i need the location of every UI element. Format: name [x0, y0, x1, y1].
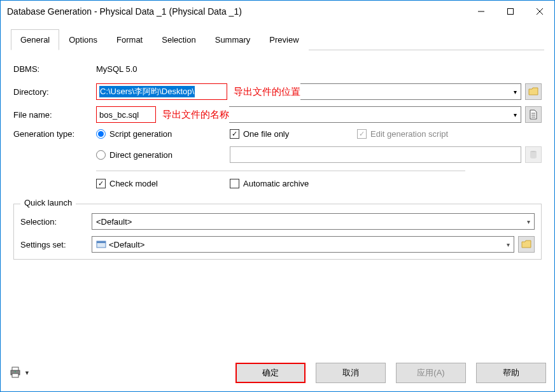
gentype-label: Generation type: [13, 129, 96, 139]
dbms-label: DBMS: [13, 64, 96, 74]
script-generation-radio[interactable] [96, 129, 106, 139]
selection-label: Selection: [20, 217, 92, 227]
cancel-button[interactable]: 取消 [316, 363, 386, 383]
database-icon [529, 150, 538, 159]
filename-combo[interactable]: bos_bc.sql [96, 106, 156, 123]
chevron-down-icon: ▾ [507, 241, 510, 248]
auto-archive-label: Automatic archive [243, 179, 309, 188]
chevron-down-icon: ▾ [514, 111, 517, 118]
settings-browse-button[interactable] [518, 236, 535, 253]
chevron-down-icon: ▼ [24, 370, 30, 376]
tab-general[interactable]: General [11, 29, 59, 50]
dbms-value: MySQL 5.0 [96, 64, 542, 74]
one-file-label: One file only [243, 129, 289, 139]
folder-icon [528, 87, 538, 96]
edit-script-label: Edit generation script [370, 129, 448, 139]
window-controls [467, 1, 554, 22]
close-button[interactable] [525, 1, 554, 22]
quick-launch-fieldset: Quick launch Selection: <Default> ▾ Sett… [13, 204, 542, 260]
minimize-button[interactable] [467, 1, 496, 22]
selection-value: <Default> [96, 217, 132, 227]
footer: ▼ 确定 取消 应用(A) 帮助 [9, 363, 546, 383]
maximize-button[interactable] [496, 1, 525, 22]
tab-format[interactable]: Format [107, 29, 152, 50]
selection-combo[interactable]: <Default> ▾ [92, 213, 535, 230]
titlebar: Database Generation - Physical Data _1 (… [1, 1, 554, 22]
script-generation-label: Script generation [109, 129, 172, 139]
quick-launch-legend: Quick launch [20, 198, 76, 207]
directory-value: C:\Users\李阿昀\Desktop\ [99, 86, 195, 97]
chevron-down-icon: ▾ [527, 218, 530, 225]
one-file-checkbox[interactable]: ✓ [230, 129, 239, 139]
check-model-checkbox[interactable]: ✓ [96, 179, 106, 188]
settings-value: <Default> [109, 240, 144, 249]
svg-rect-9 [97, 241, 106, 243]
filename-label: File name: [13, 110, 96, 120]
direct-generation-field[interactable] [230, 146, 521, 163]
directory-label: Directory: [13, 87, 96, 97]
svg-rect-11 [12, 367, 18, 370]
settings-label: Settings set: [20, 240, 92, 249]
direct-generation-browse-button [525, 146, 542, 163]
direct-generation-label: Direct generation [109, 150, 172, 160]
divider [96, 171, 465, 171]
tab-strip: General Options Format Selection Summary… [11, 29, 544, 50]
auto-archive-checkbox[interactable] [230, 179, 239, 188]
tab-summary[interactable]: Summary [206, 29, 260, 50]
print-dropdown[interactable]: ▼ [9, 367, 30, 380]
tab-options[interactable]: Options [59, 29, 107, 50]
folder-icon [521, 240, 531, 249]
directory-combo[interactable]: C:\Users\李阿昀\Desktop\ [96, 83, 227, 100]
check-model-label: Check model [109, 179, 158, 188]
edit-script-checkbox: ✓ [357, 129, 367, 139]
help-button[interactable]: 帮助 [476, 363, 546, 383]
settings-combo[interactable]: <Default> ▾ [92, 236, 514, 253]
direct-generation-radio[interactable] [96, 150, 106, 160]
tab-body-general: DBMS: MySQL 5.0 Directory: C:\Users\李阿昀\… [11, 50, 544, 262]
directory-annotation: 导出文件的位置 [234, 86, 300, 98]
settings-item-icon [96, 240, 106, 249]
tab-selection[interactable]: Selection [152, 29, 205, 50]
ok-button[interactable]: 确定 [235, 363, 306, 383]
document-icon [529, 109, 538, 120]
view-file-button[interactable] [525, 106, 542, 123]
chevron-down-icon: ▾ [514, 88, 517, 95]
content-area: General Options Format Selection Summary… [1, 22, 554, 262]
svg-rect-1 [508, 9, 514, 15]
apply-button: 应用(A) [396, 363, 466, 383]
tab-preview[interactable]: Preview [260, 29, 308, 50]
browse-directory-button[interactable] [525, 83, 542, 100]
filename-value: bos_bc.sql [99, 110, 139, 120]
printer-icon [9, 367, 22, 380]
svg-point-13 [15, 371, 16, 372]
window-title: Database Generation - Physical Data _1 (… [7, 6, 467, 17]
filename-annotation: 导出文件的名称 [162, 109, 229, 121]
svg-rect-12 [12, 374, 18, 377]
